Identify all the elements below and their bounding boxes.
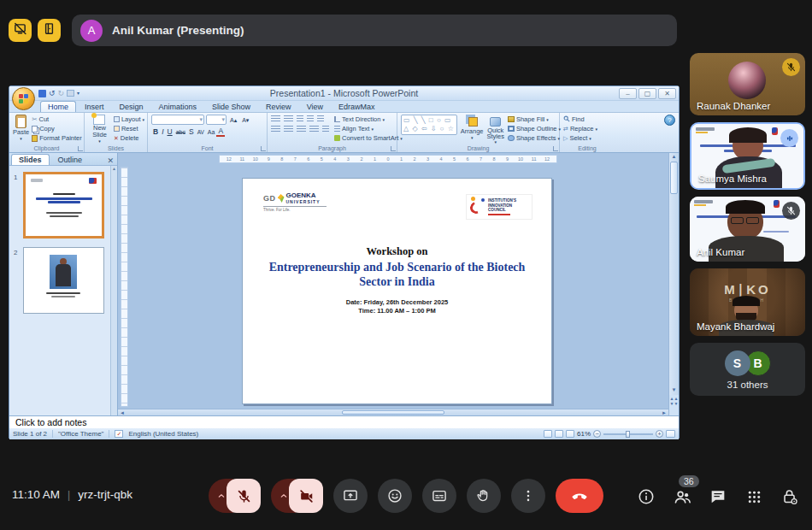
spellcheck-icon[interactable]: ✓ — [115, 430, 123, 438]
shape-effects-button[interactable]: Shape Effects▾ — [508, 133, 561, 143]
tab-review[interactable]: Review — [259, 102, 298, 112]
increase-indent-icon[interactable] — [307, 115, 314, 122]
panel-scrollbar[interactable]: ▲ — [110, 166, 117, 415]
bold-button[interactable]: B — [151, 127, 160, 137]
zoom-in-button[interactable]: + — [656, 430, 663, 438]
captions-button[interactable] — [422, 479, 456, 513]
line-spacing-icon[interactable] — [317, 115, 324, 122]
meeting-details-button[interactable] — [636, 486, 656, 507]
columns-icon[interactable] — [322, 126, 329, 132]
reactions-button[interactable] — [378, 479, 412, 513]
align-center-icon[interactable] — [284, 126, 293, 132]
font-color-button[interactable]: A — [216, 127, 225, 137]
quick-styles-button[interactable]: Quick Styles▾ — [487, 115, 504, 144]
paste-button[interactable]: Paste▾ — [13, 115, 29, 143]
participant-tile-raunak[interactable]: Raunak Dhanker — [690, 53, 805, 115]
horizontal-scrollbar[interactable]: ◄► — [118, 409, 668, 415]
underline-button[interactable]: U — [166, 127, 174, 137]
justify-icon[interactable] — [309, 126, 319, 132]
participant-name: Saumya Mishra — [698, 174, 767, 184]
tab-home[interactable]: Home — [40, 101, 76, 112]
tab-edrawmax[interactable]: EdrawMax — [332, 102, 382, 112]
minimize-button[interactable]: – — [619, 88, 637, 99]
panel-tab-slides[interactable]: Slides — [11, 154, 50, 165]
vertical-scrollbar[interactable]: ▲▼ — [668, 153, 679, 395]
text-direction-button[interactable]: Text Direction▾ — [334, 115, 403, 124]
fit-to-window-button[interactable] — [666, 430, 675, 438]
replace-button[interactable]: ⇄Replace▾ — [563, 124, 612, 133]
slideshow-view-button[interactable] — [566, 430, 574, 438]
zoom-out-button[interactable]: − — [593, 430, 601, 438]
shrink-font-button[interactable]: A▾ — [240, 115, 250, 125]
drawing-dialog-launcher[interactable] — [553, 146, 558, 151]
slide-thumbnail-2[interactable] — [23, 247, 104, 314]
tab-slide-show[interactable]: Slide Show — [205, 102, 257, 112]
tab-insert[interactable]: Insert — [78, 102, 111, 112]
paragraph-dialog-launcher[interactable] — [391, 146, 396, 151]
font-size-dropdown[interactable]: ▾ — [206, 115, 227, 125]
numbering-icon[interactable] — [284, 115, 293, 122]
mic-toggle-button[interactable] — [227, 479, 261, 513]
delete-button[interactable]: ✕Delete — [114, 133, 144, 143]
zoom-slider[interactable] — [603, 433, 653, 435]
restore-button[interactable]: ▢ — [638, 88, 656, 99]
layout-button[interactable]: Layout▾ — [114, 115, 144, 124]
find-button[interactable]: Find — [563, 115, 612, 124]
font-dialog-launcher[interactable] — [261, 146, 266, 151]
select-button[interactable]: ▷Select▾ — [563, 133, 612, 143]
more-options-button[interactable] — [511, 479, 545, 513]
tab-animations[interactable]: Animations — [152, 102, 204, 112]
slide-nav-buttons[interactable]: ▲▲▼▼ — [668, 395, 679, 415]
participant-tile-mayank[interactable]: M∣KO BIOTECH Mayank Bhardwaj — [690, 268, 805, 336]
tab-view[interactable]: View — [300, 102, 330, 112]
shapes-gallery[interactable]: ▭ ╲ ╲ □ ○ ▭ △ ◇ ⇦ ⇩ ○ ☆ — [401, 115, 457, 135]
reset-button[interactable]: Reset — [114, 124, 144, 133]
arrange-button[interactable]: Arrange▾ — [461, 115, 484, 140]
text-shadow-button[interactable]: S — [187, 127, 196, 137]
font-name-dropdown[interactable]: ▾ — [151, 115, 204, 125]
presenter-banner[interactable]: A Anil Kumar (Presenting) — [72, 15, 677, 46]
participant-tile-anil[interactable]: Anil Kumar — [690, 197, 805, 262]
host-controls-button[interactable] — [780, 486, 800, 507]
panel-close-icon[interactable]: ✕ — [107, 156, 114, 165]
others-tile[interactable]: S B 31 others — [690, 343, 805, 396]
help-icon[interactable]: ? — [664, 115, 675, 126]
camera-toggle-button[interactable] — [289, 479, 323, 513]
strikethrough-button[interactable]: abc — [174, 127, 187, 137]
format-painter-button[interactable]: Format Painter — [32, 133, 82, 143]
character-spacing-button[interactable]: AV — [196, 127, 206, 137]
chat-panel-button[interactable] — [708, 486, 728, 507]
ppt-title-bar[interactable]: ↺ ↻ ▾ Presentation1 - Microsoft PowerPoi… — [9, 86, 679, 101]
slide-thumbnail-1[interactable] — [23, 172, 104, 238]
activities-button[interactable] — [744, 486, 764, 507]
align-text-button[interactable]: Align Text▾ — [334, 124, 403, 133]
stop-presenting-button[interactable] — [9, 19, 32, 42]
align-left-icon[interactable] — [271, 126, 280, 132]
change-case-button[interactable]: Aa — [206, 127, 217, 137]
align-right-icon[interactable] — [297, 126, 306, 132]
slide-canvas[interactable]: GD GOENKAUNIVERSITY Thrive. For Life. — [242, 178, 552, 404]
normal-view-button[interactable] — [544, 430, 552, 438]
new-slide-button[interactable]: New Slide▾ — [88, 115, 111, 144]
grow-font-button[interactable]: A▴ — [228, 115, 238, 125]
present-screen-button[interactable] — [333, 479, 368, 513]
participant-tile-saumya[interactable]: Saumya Mishra — [690, 122, 805, 190]
clipboard-dialog-launcher[interactable] — [78, 146, 83, 151]
copy-button[interactable]: Copy — [32, 124, 82, 133]
close-button[interactable]: ✕ — [658, 88, 676, 99]
people-panel-button[interactable]: 36 — [672, 486, 692, 507]
shape-outline-button[interactable]: Shape Outline▾ — [508, 124, 561, 133]
decrease-indent-icon[interactable] — [297, 115, 303, 122]
shape-fill-button[interactable]: Shape Fill▾ — [508, 115, 561, 124]
end-call-button[interactable] — [556, 479, 603, 513]
raise-hand-button[interactable] — [467, 479, 501, 513]
convert-smartart-button[interactable]: Convert to SmartArt▾ — [334, 133, 403, 143]
tab-design[interactable]: Design — [113, 102, 150, 112]
notes-pane[interactable]: Click to add notes — [9, 415, 679, 428]
bullets-icon[interactable] — [271, 115, 280, 122]
office-button[interactable] — [12, 87, 35, 110]
door-button[interactable] — [38, 19, 61, 42]
cut-button[interactable]: ✂Cut — [32, 115, 82, 124]
panel-tab-outline[interactable]: Outline — [51, 155, 90, 165]
slide-sorter-view-button[interactable] — [555, 430, 563, 438]
